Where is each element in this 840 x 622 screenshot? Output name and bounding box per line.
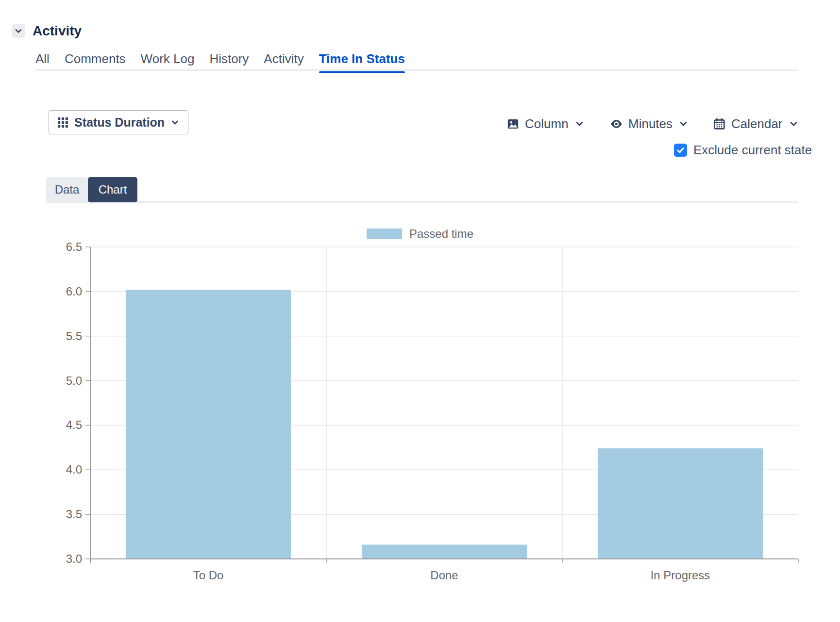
- tab-comments[interactable]: Comments: [65, 51, 126, 72]
- section-title: Activity: [33, 23, 82, 39]
- tab-data[interactable]: Data: [46, 177, 88, 202]
- chevron-down-icon: [171, 118, 179, 127]
- svg-text:4.5: 4.5: [66, 418, 82, 431]
- chart-legend[interactable]: Passed time: [0, 227, 840, 241]
- bar-in-progress: [598, 448, 763, 559]
- view-tab-bar: Data Chart: [46, 177, 137, 202]
- bar-chart: 6.56.05.55.04.54.03.53.0To DoDoneIn Prog…: [0, 213, 840, 606]
- bar-chart-canvas: 6.56.05.55.04.54.03.53.0To DoDoneIn Prog…: [0, 213, 840, 606]
- time-in-status-panel: Activity All Comments Work Log History A…: [0, 0, 840, 622]
- calendar-icon: [713, 117, 726, 131]
- chevron-down-icon: [790, 120, 798, 128]
- svg-text:3.5: 3.5: [66, 507, 82, 521]
- chevron-down-icon: [15, 27, 22, 35]
- calendar-dropdown[interactable]: Calendar: [713, 116, 798, 131]
- svg-text:6.5: 6.5: [66, 240, 82, 253]
- tab-activity[interactable]: Activity: [264, 51, 303, 72]
- legend-label: Passed time: [409, 227, 473, 241]
- activity-tab-bar: All Comments Work Log History Activity T…: [35, 51, 405, 72]
- tab-all[interactable]: All: [35, 51, 50, 72]
- tab-chart[interactable]: Chart: [88, 177, 137, 202]
- grid-icon: [58, 117, 68, 128]
- view-tabs-divider: [46, 201, 798, 203]
- bar-done: [362, 545, 527, 559]
- svg-text:4.0: 4.0: [66, 463, 82, 476]
- svg-text:Done: Done: [430, 569, 458, 582]
- minutes-dropdown[interactable]: Minutes: [610, 116, 688, 131]
- calendar-dropdown-label: Calendar: [731, 116, 783, 131]
- exclude-current-state-checkbox[interactable]: [674, 144, 687, 157]
- svg-text:To Do: To Do: [193, 569, 224, 582]
- svg-text:3.0: 3.0: [66, 552, 82, 565]
- tab-time-in-status[interactable]: Time In Status: [319, 51, 405, 72]
- svg-text:In Progress: In Progress: [651, 569, 710, 582]
- column-dropdown[interactable]: Column: [506, 116, 584, 131]
- status-duration-label: Status Duration: [74, 115, 165, 130]
- tab-history[interactable]: History: [209, 51, 249, 72]
- exclude-current-state-label: Exclude current state: [693, 143, 812, 158]
- svg-text:5.0: 5.0: [66, 374, 82, 387]
- collapse-activity-button[interactable]: [12, 24, 25, 38]
- svg-text:5.5: 5.5: [66, 329, 82, 343]
- column-dropdown-label: Column: [525, 116, 569, 131]
- chevron-down-icon: [679, 120, 688, 128]
- tab-work-log[interactable]: Work Log: [141, 51, 195, 72]
- legend-swatch: [367, 229, 402, 239]
- status-duration-dropdown-button[interactable]: Status Duration: [49, 110, 188, 134]
- svg-text:6.0: 6.0: [66, 285, 82, 298]
- activity-section-header: Activity: [12, 23, 82, 39]
- checkmark-icon: [676, 146, 685, 155]
- chevron-down-icon: [575, 120, 584, 128]
- image-icon: [506, 117, 520, 131]
- bar-to-do: [126, 290, 291, 559]
- exclude-current-state-row: Exclude current state: [674, 143, 812, 158]
- eye-icon: [610, 117, 623, 131]
- minutes-dropdown-label: Minutes: [628, 116, 672, 131]
